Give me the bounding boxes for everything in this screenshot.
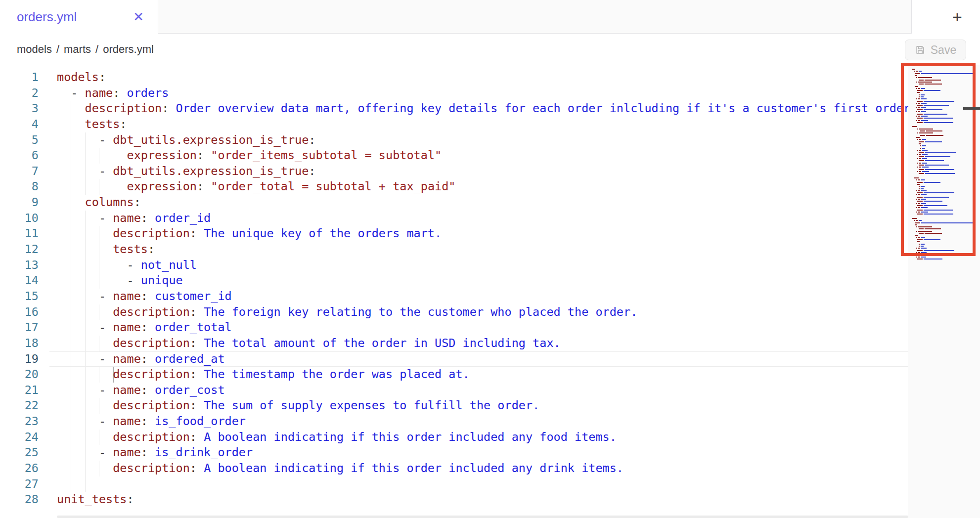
indent-guide — [71, 351, 71, 367]
code-line[interactable]: 26description: A boolean indicating if t… — [0, 461, 980, 476]
indent-guide — [85, 211, 86, 226]
line-number: 14 — [0, 273, 39, 289]
code-text: - not_null — [127, 258, 197, 273]
code-line[interactable]: 22description: The sum of supply expense… — [0, 398, 980, 414]
indent-guide — [113, 258, 113, 273]
indent-guide — [85, 398, 86, 414]
code-text: - dbt_utils.expression_is_true: — [99, 164, 316, 179]
line-number: 16 — [0, 304, 39, 320]
code-line[interactable]: 11description: The unique key of the ord… — [0, 226, 980, 242]
save-button[interactable]: Save — [905, 40, 966, 60]
tab-orders-yml[interactable]: orders.yml ✕ — [0, 0, 158, 34]
code-line[interactable]: 12tests: — [0, 242, 980, 258]
code-text: - name: ordered_at — [99, 351, 225, 367]
indent-guide — [85, 148, 86, 164]
code-line[interactable]: 4tests: — [0, 117, 980, 132]
indent-guide — [99, 179, 99, 195]
indent-guide — [85, 414, 86, 430]
code-line[interactable]: 15- name: customer_id — [0, 289, 980, 304]
code-text: - dbt_utils.expression_is_true: — [99, 132, 316, 148]
line-number: 3 — [0, 101, 39, 117]
indent-guide — [71, 258, 71, 273]
indent-guide — [99, 258, 99, 273]
indent-guide — [113, 148, 113, 164]
cursor-position-marker — [963, 107, 980, 110]
code-line[interactable]: 3description: Order overview data mart, … — [0, 101, 980, 117]
code-line[interactable]: 19- name: ordered_at — [0, 351, 980, 367]
code-line[interactable]: 10- name: order_id — [0, 211, 980, 226]
code-line[interactable]: 21- name: order_cost — [0, 383, 980, 398]
line-number: 5 — [0, 132, 39, 148]
indent-guide — [85, 304, 86, 320]
indent-guide — [99, 242, 99, 258]
code-line[interactable]: 17- name: order_total — [0, 320, 980, 336]
indent-guide — [71, 211, 71, 226]
line-number: 2 — [0, 86, 39, 101]
breadcrumb-bar: models / marts / orders.yml — [0, 34, 980, 65]
indent-guide — [71, 226, 71, 242]
code-text: unit_tests: — [57, 492, 134, 508]
code-text: - name: is_drink_order — [99, 445, 253, 461]
line-number: 12 — [0, 242, 39, 258]
line-number: 19 — [0, 351, 39, 367]
indent-guide — [71, 414, 71, 430]
code-text: - name: is_food_order — [99, 414, 246, 430]
code-text: description: A boolean indicating if thi… — [113, 430, 617, 445]
indent-guide — [71, 195, 71, 211]
code-line[interactable]: 28unit_tests: — [0, 492, 980, 508]
code-text: description: The total amount of the ord… — [113, 336, 561, 351]
indent-guide — [99, 336, 99, 351]
indent-guide — [85, 367, 86, 383]
breadcrumb-item-marts[interactable]: marts — [64, 43, 91, 56]
code-line[interactable]: 9columns: — [0, 195, 980, 211]
indent-guide — [71, 430, 71, 445]
code-line[interactable]: 20description: The timestamp the order w… — [0, 367, 980, 383]
code-text: description: The foreign key relating to… — [113, 304, 637, 320]
code-text: - name: order_id — [99, 211, 211, 226]
code-line[interactable]: 1models: — [0, 70, 980, 86]
indent-guide — [85, 383, 86, 398]
indent-guide — [85, 476, 86, 492]
close-icon[interactable]: ✕ — [133, 10, 144, 23]
code-text: description: A boolean indicating if thi… — [113, 461, 624, 476]
line-number: 8 — [0, 179, 39, 195]
indent-guide — [71, 383, 71, 398]
indent-guide — [71, 398, 71, 414]
line-number: 11 — [0, 226, 39, 242]
code-text: expression: "order_total = subtotal + ta… — [127, 179, 456, 195]
minimap[interactable] — [908, 65, 980, 518]
code-line[interactable]: 7- dbt_utils.expression_is_true: — [0, 164, 980, 179]
code-line[interactable]: 5- dbt_utils.expression_is_true: — [0, 132, 980, 148]
line-number: 10 — [0, 211, 39, 226]
new-tab-button[interactable]: + — [943, 6, 971, 28]
breadcrumb: models / marts / orders.yml — [17, 34, 154, 65]
code-line[interactable]: 16description: The foreign key relating … — [0, 304, 980, 320]
breadcrumb-item-file[interactable]: orders.yml — [103, 43, 154, 56]
indent-guide — [85, 226, 86, 242]
indent-guide — [71, 304, 71, 320]
code-editor[interactable]: 1models:2- name: orders3description: Ord… — [0, 65, 980, 518]
line-number: 22 — [0, 398, 39, 414]
line-number: 6 — [0, 148, 39, 164]
code-line[interactable]: 14- unique — [0, 273, 980, 289]
indent-guide — [113, 179, 113, 195]
code-line[interactable]: 6expression: "order_items_subtotal = sub… — [0, 148, 980, 164]
code-line[interactable]: 13- not_null — [0, 258, 980, 273]
indent-guide — [85, 242, 86, 258]
indent-guide — [99, 226, 99, 242]
code-line[interactable]: 2- name: orders — [0, 86, 980, 101]
horizontal-scrollbar[interactable] — [57, 516, 908, 518]
code-line[interactable]: 24description: A boolean indicating if t… — [0, 430, 980, 445]
breadcrumb-item-models[interactable]: models — [17, 43, 52, 56]
line-number: 7 — [0, 164, 39, 179]
code-line[interactable]: 18description: The total amount of the o… — [0, 336, 980, 351]
code-line[interactable]: 8expression: "order_total = subtotal + t… — [0, 179, 980, 195]
indent-guide — [85, 289, 86, 304]
indent-guide — [71, 476, 71, 492]
indent-guide — [85, 273, 86, 289]
indent-guide — [71, 461, 71, 476]
indent-guide — [113, 273, 113, 289]
code-line[interactable]: 23- name: is_food_order — [0, 414, 980, 430]
code-line[interactable]: 27 — [0, 476, 980, 492]
code-line[interactable]: 25- name: is_drink_order — [0, 445, 980, 461]
